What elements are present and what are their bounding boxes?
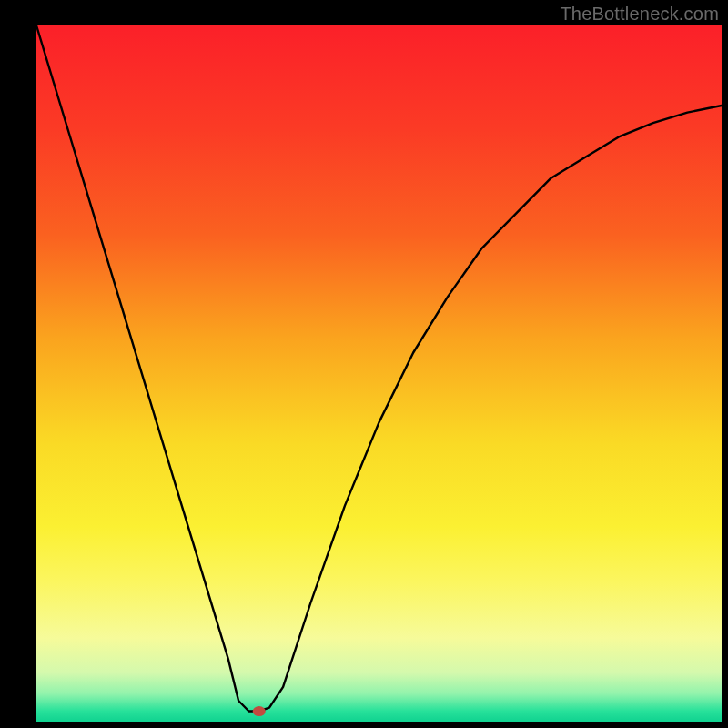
optimal-point-marker bbox=[253, 706, 266, 716]
bottleneck-chart bbox=[0, 0, 728, 728]
plot-background bbox=[36, 25, 722, 722]
watermark-text: TheBottleneck.com bbox=[560, 4, 719, 25]
chart-frame: TheBottleneck.com bbox=[0, 0, 728, 728]
